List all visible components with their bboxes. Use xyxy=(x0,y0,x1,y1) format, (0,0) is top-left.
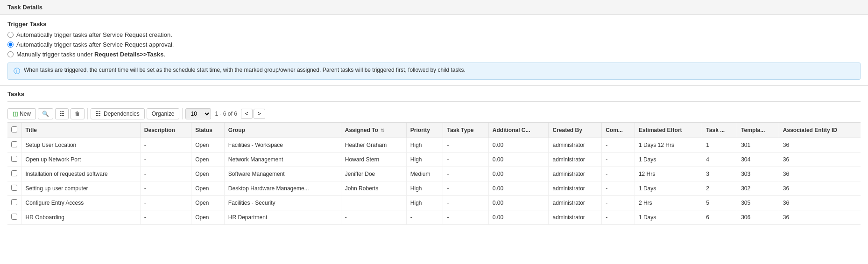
row-checkbox-cell[interactable] xyxy=(7,196,21,210)
row-assigned-to: Howard Stern xyxy=(341,153,406,167)
row-task-type: - xyxy=(443,167,488,181)
organize-label: Organize xyxy=(152,111,175,117)
pagination-info: 1 - 6 of 6 xyxy=(215,111,237,117)
search-button[interactable]: 🔍 xyxy=(38,108,53,119)
row-checkbox-cell[interactable] xyxy=(7,210,21,225)
dependencies-label: Dependencies xyxy=(104,111,140,117)
th-description: Description xyxy=(140,123,191,138)
tasks-table: Title Description Status Group Assigned … xyxy=(7,123,861,225)
row-priority: High xyxy=(406,138,443,153)
row-associated-entity-id: 36 xyxy=(779,167,861,181)
row-checkbox[interactable] xyxy=(11,199,17,205)
organize-button[interactable]: Organize xyxy=(147,108,180,119)
row-task-num: 1 xyxy=(702,138,737,153)
row-associated-entity-id: 36 xyxy=(779,181,861,196)
row-created-by: administrator xyxy=(549,181,602,196)
dependencies-button[interactable]: ☷ Dependencies xyxy=(91,108,145,119)
new-button[interactable]: ◫ New xyxy=(7,108,36,119)
row-com: - xyxy=(602,196,635,210)
row-description: - xyxy=(140,138,191,153)
row-created-by: administrator xyxy=(549,167,602,181)
th-priority: Priority xyxy=(406,123,443,138)
radio-label-1: Automatically trigger tasks after Servic… xyxy=(16,31,172,38)
radio-label-2: Automatically trigger tasks after Servic… xyxy=(16,41,174,48)
row-checkbox[interactable] xyxy=(11,185,17,191)
th-created-by: Created By xyxy=(549,123,602,138)
select-all-checkbox[interactable] xyxy=(11,126,17,132)
row-description: - xyxy=(140,181,191,196)
row-title: HR Onboarding xyxy=(21,210,140,225)
info-icon: ⓘ xyxy=(14,67,20,76)
th-additional-c: Additional C... xyxy=(488,123,549,138)
row-com: - xyxy=(602,138,635,153)
row-group: Desktop Hardware Manageme... xyxy=(224,181,341,196)
row-checkbox[interactable] xyxy=(11,141,17,147)
row-estimated-effort: 1 Days xyxy=(635,181,702,196)
row-status: Open xyxy=(191,138,225,153)
row-checkbox-cell[interactable] xyxy=(7,181,21,196)
th-assigned-to[interactable]: Assigned To ⇅ xyxy=(341,123,406,138)
row-additional-c: 0.00 xyxy=(488,181,549,196)
row-title: Open up Network Port xyxy=(21,153,140,167)
row-created-by: administrator xyxy=(549,196,602,210)
row-created-by: administrator xyxy=(549,210,602,225)
table-row: Installation of requested software - Ope… xyxy=(7,167,861,181)
row-status: Open xyxy=(191,196,225,210)
row-checkbox[interactable] xyxy=(11,214,17,220)
radio-input-3[interactable] xyxy=(7,51,14,57)
toolbar: ◫ New 🔍 ☷ 🗑 ☷ Dependencies Organize xyxy=(7,105,861,123)
table-row: HR Onboarding - Open HR Department - - -… xyxy=(7,210,861,225)
row-created-by: administrator xyxy=(549,153,602,167)
radio-item-3[interactable]: Manually trigger tasks under Request Det… xyxy=(7,51,861,58)
th-task-type: Task Type xyxy=(443,123,488,138)
section-title: Task Details xyxy=(7,4,42,11)
row-task-num: 2 xyxy=(702,181,737,196)
delete-button[interactable]: 🗑 xyxy=(71,108,85,119)
radio-input-2[interactable] xyxy=(7,42,14,48)
grid-view-button[interactable]: ☷ xyxy=(55,108,69,119)
row-task-num: 5 xyxy=(702,196,737,210)
table-row: Configure Entry Access - Open Facilities… xyxy=(7,196,861,210)
radio-item-1[interactable]: Automatically trigger tasks after Servic… xyxy=(7,31,861,38)
toolbar-divider xyxy=(87,108,88,119)
prev-page-button[interactable]: < xyxy=(241,109,253,119)
radio-item-2[interactable]: Automatically trigger tasks after Servic… xyxy=(7,41,861,48)
trash-icon: 🗑 xyxy=(75,111,80,117)
row-checkbox[interactable] xyxy=(11,156,17,162)
radio-input-1[interactable] xyxy=(7,32,14,38)
row-estimated-effort: 1 Days xyxy=(635,153,702,167)
row-associated-entity-id: 36 xyxy=(779,138,861,153)
toolbar-divider-2 xyxy=(182,108,183,119)
row-title: Setting up user computer xyxy=(21,181,140,196)
row-additional-c: 0.00 xyxy=(488,210,549,225)
row-created-by: administrator xyxy=(549,138,602,153)
row-assigned-to: Jeniffer Doe xyxy=(341,167,406,181)
row-associated-entity-id: 36 xyxy=(779,196,861,210)
row-status: Open xyxy=(191,181,225,196)
row-status: Open xyxy=(191,210,225,225)
th-associated-entity-id: Associated Entity ID xyxy=(779,123,861,138)
sort-icon-assigned: ⇅ xyxy=(381,128,384,133)
row-checkbox[interactable] xyxy=(11,170,17,176)
row-template: 306 xyxy=(737,210,779,225)
next-page-button[interactable]: > xyxy=(254,109,265,119)
row-task-type: - xyxy=(443,196,488,210)
row-checkbox-cell[interactable] xyxy=(7,153,21,167)
row-task-type: - xyxy=(443,138,488,153)
th-checkbox[interactable] xyxy=(7,123,21,138)
table-header-row: Title Description Status Group Assigned … xyxy=(7,123,861,138)
radio-label-3: Manually trigger tasks under Request Det… xyxy=(16,51,165,58)
page-size-select[interactable]: 10 25 50 100 xyxy=(185,108,211,119)
row-estimated-effort: 1 Days 12 Hrs xyxy=(635,138,702,153)
deps-icon: ☷ xyxy=(96,111,101,117)
row-com: - xyxy=(602,210,635,225)
row-task-type: - xyxy=(443,181,488,196)
th-title: Title xyxy=(21,123,140,138)
table-row: Setup User Location - Open Facilities - … xyxy=(7,138,861,153)
radio-group: Automatically trigger tasks after Servic… xyxy=(7,31,861,58)
row-checkbox-cell[interactable] xyxy=(7,138,21,153)
row-assigned-to: - xyxy=(341,210,406,225)
th-group: Group xyxy=(224,123,341,138)
row-checkbox-cell[interactable] xyxy=(7,167,21,181)
row-group: HR Department xyxy=(224,210,341,225)
